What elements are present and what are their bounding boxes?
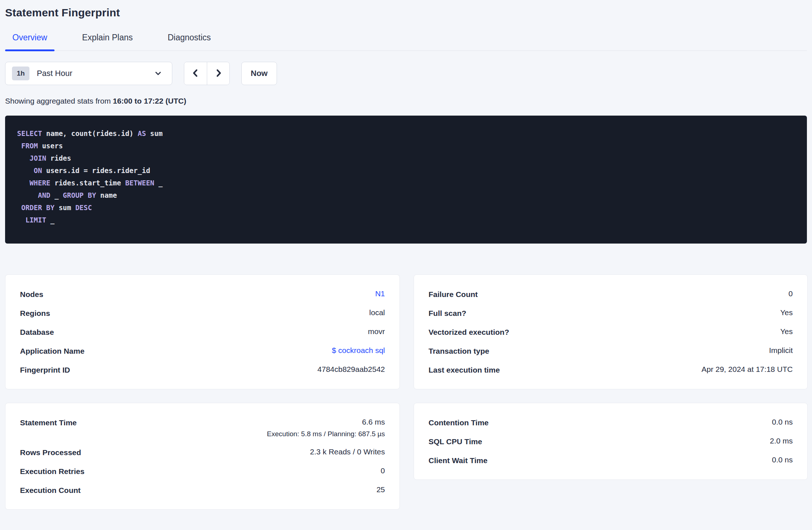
- sql-identifier: [17, 216, 25, 224]
- tab-overview[interactable]: Overview: [5, 33, 55, 51]
- chevron-right-icon: [213, 68, 224, 79]
- sql-line: ON users.id = rides.rider_id: [17, 164, 798, 177]
- row-value-wrap: Implicit: [769, 346, 793, 355]
- row-label: Transaction type: [429, 346, 489, 356]
- card-row: SQL CPU Time2.0 ms: [429, 432, 793, 451]
- sql-identifier: users.id = rides.rider_id: [42, 166, 150, 174]
- card-row: Full scan?Yes: [429, 304, 793, 322]
- card-row: Statement Time6.6 msExecution: 5.8 ms / …: [20, 413, 385, 443]
- tab-diagnostics[interactable]: Diagnostics: [160, 33, 218, 51]
- now-button[interactable]: Now: [241, 62, 277, 85]
- row-value: 4784cb829aab2542: [317, 365, 385, 374]
- card-row: Application Name$ cockroach sql: [20, 341, 385, 360]
- row-label: Last execution time: [429, 365, 500, 374]
- time-range-dropdown[interactable]: 1h Past Hour: [5, 62, 172, 85]
- aggregated-stats-range: 16:00 to 17:22 (UTC): [113, 97, 186, 105]
- time-picker-row: 1h Past Hour Now: [5, 62, 807, 85]
- tab-overview-label: Overview: [12, 33, 47, 42]
- sql-identifier: [17, 179, 29, 187]
- prev-time-button[interactable]: [184, 62, 207, 85]
- row-subvalue: Execution: 5.8 ms / Planning: 687.5 µs: [267, 430, 385, 438]
- row-value-wrap: 2.3 k Reads / 0 Writes: [310, 447, 385, 456]
- sql-identifier: [17, 204, 21, 212]
- sql-keyword: SELECT: [17, 129, 42, 137]
- row-value-wrap: 4784cb829aab2542: [317, 365, 385, 374]
- row-value-wrap: 25: [377, 485, 385, 494]
- row-label: Full scan?: [429, 308, 466, 318]
- row-label: Statement Time: [20, 418, 77, 427]
- card-row: Failure Count0: [429, 285, 793, 304]
- sql-identifier: rides: [46, 154, 71, 162]
- row-label: Execution Count: [20, 485, 81, 495]
- row-value: 0: [381, 466, 385, 475]
- sql-line: LIMIT _: [17, 214, 798, 226]
- row-label: Database: [20, 327, 54, 337]
- sql-statement-box: SELECT name, count(rides.id) AS sum FROM…: [5, 116, 807, 244]
- card-row: Databasemovr: [20, 322, 385, 341]
- card-row: Client Wait Time0.0 ns: [429, 451, 793, 470]
- summary-cards: NodesN1RegionslocalDatabasemovrApplicati…: [5, 274, 807, 510]
- sql-line: AND _ GROUP BY name: [17, 189, 798, 201]
- row-value-wrap: movr: [368, 327, 385, 336]
- tab-diagnostics-label: Diagnostics: [168, 33, 211, 42]
- chevron-left-icon: [190, 68, 201, 79]
- row-value-wrap: $ cockroach sql: [332, 346, 385, 355]
- sql-line: ORDER BY sum DESC: [17, 201, 798, 214]
- row-value-wrap: 0: [381, 466, 385, 475]
- sql-identifier: _: [46, 216, 55, 224]
- sql-identifier: sum: [55, 204, 75, 212]
- wait-times-card: Contention Time0.0 nsSQL CPU Time2.0 msC…: [414, 403, 808, 480]
- row-value-wrap: N1: [375, 289, 385, 298]
- row-value-wrap: 0: [788, 289, 793, 298]
- row-value-wrap: 2.0 ms: [770, 437, 793, 445]
- row-label: Application Name: [20, 346, 84, 356]
- tab-explain-plans-label: Explain Plans: [82, 33, 133, 42]
- row-value: 0.0 ns: [772, 455, 793, 464]
- row-value-wrap: Apr 29, 2024 at 17:18 UTC: [702, 365, 793, 374]
- row-value: movr: [368, 327, 385, 336]
- tab-bar: Overview Explain Plans Diagnostics: [5, 33, 807, 51]
- sql-keyword: GROUP BY: [63, 191, 96, 199]
- card-row: Vectorized execution?Yes: [429, 322, 793, 341]
- sql-keyword: ORDER BY: [21, 204, 55, 212]
- sql-keyword: AS: [138, 129, 146, 137]
- row-value: 2.0 ms: [770, 437, 793, 445]
- sql-identifier: name, count(rides.id): [42, 129, 138, 137]
- sql-identifier: [17, 191, 38, 199]
- row-value: Apr 29, 2024 at 17:18 UTC: [702, 365, 793, 374]
- row-label: Rows Processed: [20, 447, 81, 457]
- row-value: local: [369, 308, 385, 317]
- row-value-link[interactable]: $ cockroach sql: [332, 346, 385, 355]
- card-row: Regionslocal: [20, 304, 385, 322]
- sql-identifier: _: [51, 191, 63, 199]
- time-nav-group: [184, 62, 230, 85]
- sql-line: FROM users: [17, 140, 798, 152]
- sql-identifier: rides.start_time: [51, 179, 125, 187]
- sql-identifier: [17, 166, 34, 174]
- sql-keyword: BETWEEN: [125, 179, 154, 187]
- card-row: Rows Processed2.3 k Reads / 0 Writes: [20, 443, 385, 462]
- card-row: Transaction typeImplicit: [429, 341, 793, 360]
- row-value-wrap: 6.6 msExecution: 5.8 ms / Planning: 687.…: [267, 418, 385, 438]
- card-row: Execution Retries0: [20, 462, 385, 481]
- card-row: Execution Count25: [20, 481, 385, 499]
- row-value: 0.0 ns: [772, 418, 793, 426]
- time-range-label: Past Hour: [37, 69, 72, 78]
- sql-identifier: [17, 142, 21, 150]
- sql-keyword: WHERE: [29, 179, 50, 187]
- card-row: Fingerprint ID4784cb829aab2542: [20, 360, 385, 379]
- row-label: Contention Time: [429, 418, 489, 427]
- aggregated-stats-caption: Showing aggregated stats from 16:00 to 1…: [5, 97, 807, 105]
- next-time-button[interactable]: [207, 62, 229, 85]
- row-value: Yes: [780, 327, 793, 336]
- statement-times-card: Statement Time6.6 msExecution: 5.8 ms / …: [5, 403, 400, 510]
- row-label: SQL CPU Time: [429, 437, 482, 446]
- sql-line: JOIN rides: [17, 152, 798, 164]
- row-value-wrap: Yes: [780, 308, 793, 317]
- row-value-link[interactable]: N1: [375, 289, 385, 298]
- card-row: Contention Time0.0 ns: [429, 413, 793, 432]
- sql-keyword: DESC: [75, 204, 92, 212]
- row-value-wrap: 0.0 ns: [772, 418, 793, 426]
- tab-explain-plans[interactable]: Explain Plans: [75, 33, 140, 51]
- row-value-wrap: Yes: [780, 327, 793, 336]
